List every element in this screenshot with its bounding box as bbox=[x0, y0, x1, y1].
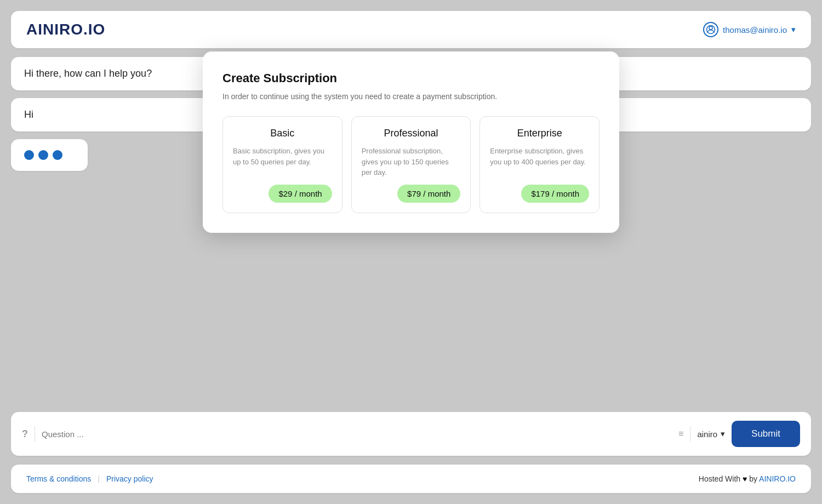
plan-name-basic: Basic bbox=[233, 128, 332, 139]
footer-hosted-text: Hosted With ♥ by AINIRO.IO bbox=[699, 474, 796, 483]
plan-card-enterprise[interactable]: Enterprise Enterprise subscription, give… bbox=[480, 116, 600, 213]
model-name: ainiro bbox=[697, 429, 717, 439]
subscription-modal: Create Subscription In order to continue… bbox=[203, 51, 619, 233]
question-icon: ? bbox=[22, 428, 28, 440]
terms-link[interactable]: Terms & conditions bbox=[26, 474, 91, 483]
user-email: thomas@ainiro.io bbox=[723, 25, 787, 35]
model-chevron-icon: ▾ bbox=[721, 429, 725, 439]
user-avatar-icon bbox=[703, 22, 718, 37]
header: AINIRO.IO thomas@ainiro.io ▾ bbox=[11, 11, 811, 48]
modal-subtitle: In order to continue using the system yo… bbox=[222, 92, 600, 101]
heart-icon: ♥ bbox=[743, 474, 747, 483]
typing-dot-3 bbox=[53, 150, 62, 160]
plan-desc-basic: Basic subscription, gives you up to 50 q… bbox=[233, 146, 332, 167]
question-input[interactable] bbox=[42, 429, 672, 439]
chat-area: Hi there, how can I help you? Hi Create … bbox=[11, 57, 811, 403]
input-bar: ? ≡ ainiro ▾ Submit bbox=[11, 412, 811, 456]
submit-button[interactable]: Submit bbox=[732, 421, 800, 447]
typing-dot-2 bbox=[38, 150, 48, 160]
svg-point-0 bbox=[709, 26, 712, 30]
user-menu[interactable]: thomas@ainiro.io ▾ bbox=[703, 22, 796, 37]
plans-grid: Basic Basic subscription, gives you up t… bbox=[222, 116, 600, 213]
plan-card-basic[interactable]: Basic Basic subscription, gives you up t… bbox=[222, 116, 342, 213]
plan-desc-enterprise: Enterprise subscription, gives you up to… bbox=[490, 146, 589, 167]
typing-indicator bbox=[11, 139, 88, 171]
footer-link-divider: | bbox=[98, 474, 100, 483]
footer-brand: AINIRO.IO bbox=[759, 474, 796, 483]
model-selector[interactable]: ainiro ▾ bbox=[697, 429, 725, 439]
modal-title: Create Subscription bbox=[222, 71, 600, 85]
plan-name-enterprise: Enterprise bbox=[490, 128, 589, 139]
plan-desc-professional: Professional subscription, gives you up … bbox=[362, 146, 461, 178]
plan-card-professional[interactable]: Professional Professional subscription, … bbox=[351, 116, 471, 213]
typing-dot-1 bbox=[24, 150, 34, 160]
logo: AINIRO.IO bbox=[26, 21, 105, 38]
input-divider-right bbox=[690, 426, 690, 442]
footer-links: Terms & conditions | Privacy policy bbox=[26, 474, 153, 483]
privacy-link[interactable]: Privacy policy bbox=[106, 474, 153, 483]
plan-price-professional[interactable]: $79 / month bbox=[397, 185, 460, 203]
plan-name-professional: Professional bbox=[362, 128, 461, 139]
filter-icon: ≡ bbox=[678, 429, 683, 439]
footer: Terms & conditions | Privacy policy Host… bbox=[11, 465, 811, 493]
chevron-down-icon: ▾ bbox=[791, 25, 796, 35]
plan-price-enterprise[interactable]: $179 / month bbox=[521, 185, 589, 203]
plan-price-basic[interactable]: $29 / month bbox=[269, 185, 332, 203]
input-divider-left bbox=[35, 426, 35, 442]
